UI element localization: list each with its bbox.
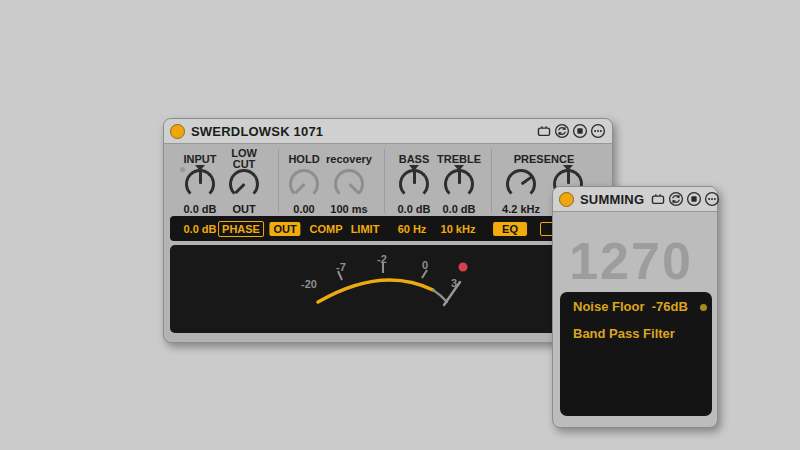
knob-recovery[interactable]: recovery 100 ms: [321, 141, 377, 217]
knob-treble[interactable]: TREBLE 0.0 dB: [431, 141, 487, 217]
vu-tick-label: -2: [377, 253, 387, 265]
treble-freq-readout[interactable]: 10 kHz: [441, 223, 476, 235]
knob-dial[interactable]: [399, 169, 429, 199]
model-number-display: 1270: [569, 231, 693, 291]
knob-top-marker: [409, 165, 419, 171]
hot-swap-icon[interactable]: [668, 191, 684, 207]
knob-top-marker: [195, 165, 205, 171]
knob-value[interactable]: OUT: [210, 203, 278, 215]
vu-arc-over: [433, 290, 447, 302]
more-options-icon[interactable]: [590, 123, 606, 139]
vu-arc: [318, 280, 433, 302]
knob-dial[interactable]: [506, 169, 536, 199]
titlebar-icons: [650, 191, 720, 207]
knob-label: recovery: [321, 148, 377, 170]
device-title: SWERDLOWSK 1071: [191, 124, 323, 139]
peak-led: [459, 263, 468, 272]
knob-dial[interactable]: [444, 169, 474, 199]
knob-dial[interactable]: [229, 169, 259, 199]
status-led: [700, 304, 707, 311]
titlebar-icons: [536, 123, 606, 139]
desktop-background: SWERDLOWSK 1071 INPUT 0.0 dB: [0, 0, 800, 450]
knob-value[interactable]: 0.0 dB: [425, 203, 493, 215]
vu-tick-label: 0: [422, 259, 428, 271]
output-gain-readout[interactable]: 0.0 dB: [183, 223, 216, 235]
device-summing: SUMMING 1270 Noise Floor -76dB Band: [552, 186, 718, 428]
eq-button[interactable]: EQ: [493, 222, 527, 236]
status-display-panel: Noise Floor -76dB Band Pass Filter: [560, 292, 712, 416]
device-view-icon[interactable]: [536, 123, 552, 139]
bass-freq-readout[interactable]: 60 Hz: [398, 223, 427, 235]
device-on-toggle[interactable]: [559, 192, 574, 207]
knob-top-marker: [563, 165, 573, 171]
knob-value[interactable]: 100 ms: [315, 203, 383, 215]
vu-tick-label: -20: [301, 278, 317, 290]
limit-button[interactable]: LIMIT: [351, 223, 380, 235]
device-title: SUMMING: [580, 192, 644, 207]
knob-dial[interactable]: [334, 169, 364, 199]
phase-button[interactable]: PHASE: [218, 221, 264, 237]
knob-dial[interactable]: [289, 169, 319, 199]
device-view-icon[interactable]: [650, 191, 666, 207]
vu-tick: [422, 270, 427, 278]
save-preset-icon[interactable]: [686, 191, 702, 207]
vu-tick-label: -7: [336, 261, 346, 273]
more-options-icon[interactable]: [704, 191, 720, 207]
comp-button[interactable]: COMP: [310, 223, 343, 235]
hot-swap-icon[interactable]: [554, 123, 570, 139]
band-pass-filter-label[interactable]: Band Pass Filter: [573, 326, 675, 341]
noise-floor-readout[interactable]: Noise Floor -76dB: [573, 299, 688, 314]
device-on-toggle[interactable]: [170, 124, 185, 139]
vu-tick-label: 3: [451, 277, 457, 289]
save-preset-icon[interactable]: [572, 123, 588, 139]
knob-low-cut[interactable]: LOW CUT OUT: [216, 141, 272, 217]
button-row: 0.0 dB PHASE OUT COMP LIMIT 60 Hz 10 kHz…: [170, 216, 608, 241]
knob-dial[interactable]: [185, 169, 215, 199]
knob-label: LOW CUT: [216, 148, 272, 170]
device-titlebar[interactable]: SUMMING: [553, 187, 717, 212]
vu-meter: -20 -7 -2 0 3: [170, 245, 608, 333]
out-button[interactable]: OUT: [269, 222, 300, 236]
device-swerdlowsk-1071: SWERDLOWSK 1071 INPUT 0.0 dB: [163, 118, 613, 343]
knob-top-marker: [454, 165, 464, 171]
